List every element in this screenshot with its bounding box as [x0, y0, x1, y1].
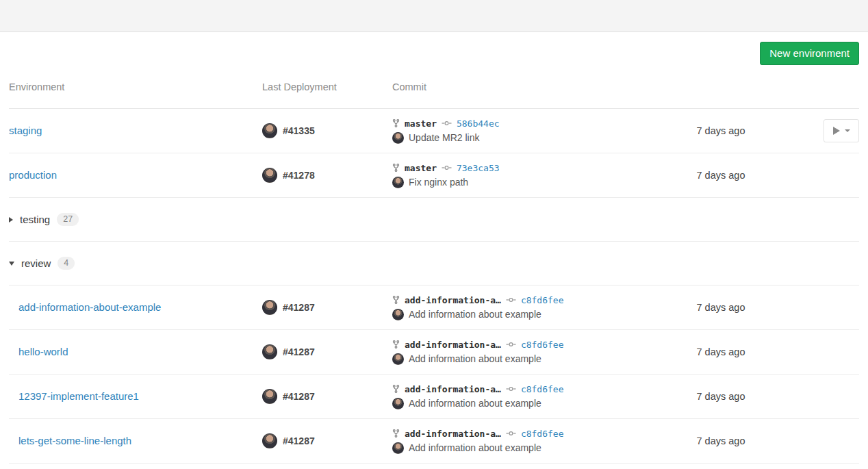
branch-name[interactable]: add-information-a… — [405, 340, 501, 350]
git-commit-icon — [506, 341, 516, 348]
commit-author-avatar — [392, 132, 404, 144]
git-commit-icon — [442, 120, 452, 127]
environments-table-header: Environment Last Deployment Commit — [9, 65, 859, 109]
commit-sha-link[interactable]: c8fd6fee — [521, 295, 564, 305]
commit-author-avatar — [392, 177, 404, 188]
commit-author-avatar — [392, 442, 404, 454]
commit-author-avatar — [392, 309, 404, 320]
git-commit-icon — [506, 385, 516, 392]
deployer-avatar — [262, 168, 277, 183]
environment-row: 12397-implement-feature1 #41287 add-info… — [9, 375, 859, 419]
deployment-id: #41287 — [283, 346, 315, 357]
git-branch-icon — [392, 295, 400, 305]
deployer-avatar — [262, 344, 277, 359]
git-commit-icon — [442, 164, 452, 171]
deployment-date: 7 days ago — [697, 170, 745, 181]
commit-message[interactable]: Add information about example — [409, 353, 541, 364]
environments-table-body: staging #41335 master — [9, 109, 859, 464]
environment-row: add-information-about-example #41287 add… — [9, 286, 859, 330]
git-branch-icon — [392, 118, 400, 128]
commit-message[interactable]: Update MR2 link — [409, 132, 480, 143]
nav-tab[interactable] — [441, 13, 444, 18]
folder-caret-icon — [9, 217, 13, 223]
folder-caret-icon — [9, 262, 14, 266]
commit-message[interactable]: Fix nginx path — [409, 177, 468, 188]
folder-toggle[interactable]: review 4 — [9, 257, 75, 270]
commit-author-avatar — [392, 353, 404, 365]
commit-message[interactable]: Add information about example — [409, 442, 541, 453]
commit-sha-link[interactable]: c8fd6fee — [521, 340, 564, 350]
play-icon — [833, 127, 840, 135]
nav-tab[interactable] — [457, 13, 459, 18]
environment-link[interactable]: add-information-about-example — [18, 301, 161, 313]
deployment-date: 7 days ago — [697, 391, 745, 402]
folder-name: testing — [20, 214, 50, 225]
environment-folder-row: review 4 — [9, 242, 859, 286]
deployer-avatar — [262, 123, 277, 138]
deployment-date: 7 days ago — [697, 302, 745, 313]
deployment-date: 7 days ago — [697, 435, 745, 446]
folder-toggle[interactable]: testing 27 — [9, 213, 79, 226]
git-branch-icon — [392, 429, 400, 438]
branch-name[interactable]: add-information-a… — [405, 429, 501, 439]
nav-tab[interactable] — [409, 13, 412, 18]
header-last-deployment: Last Deployment — [262, 81, 392, 92]
branch-name[interactable]: master — [405, 118, 437, 129]
git-branch-icon — [392, 163, 400, 173]
environment-row: hello-world #41287 add-information-a… — [9, 330, 859, 375]
commit-sha-link[interactable]: 586b44ec — [457, 118, 500, 129]
deployment-id: #41287 — [283, 391, 315, 402]
git-branch-icon — [392, 384, 400, 394]
environment-link[interactable]: lets-get-some-line-length — [18, 435, 131, 446]
deployment-date: 7 days ago — [697, 346, 745, 357]
branch-name[interactable]: add-information-a… — [405, 295, 501, 305]
deployer-avatar — [262, 300, 277, 315]
environment-count-badge: 4 — [58, 257, 75, 270]
environments-page: New environment Environment Last Deploym… — [0, 32, 868, 464]
environment-link[interactable]: 12397-implement-feature1 — [18, 390, 139, 402]
environment-row: lets-get-some-line-length #41287 add-inf… — [9, 419, 859, 464]
nav-tab[interactable] — [425, 13, 428, 18]
environment-count-badge: 27 — [57, 213, 79, 226]
deployment-id: #41335 — [283, 125, 315, 136]
commit-message[interactable]: Add information about example — [409, 398, 541, 409]
header-environment: Environment — [9, 81, 262, 92]
git-commit-icon — [506, 430, 516, 437]
commit-sha-link[interactable]: c8fd6fee — [521, 384, 564, 394]
deployment-date: 7 days ago — [697, 125, 745, 136]
git-branch-icon — [392, 340, 400, 349]
folder-name: review — [21, 257, 51, 269]
branch-name[interactable]: add-information-a… — [405, 384, 501, 394]
deployer-avatar — [262, 389, 277, 404]
branch-name[interactable]: master — [405, 163, 437, 173]
commit-message[interactable]: Add information about example — [409, 309, 541, 320]
deployer-avatar — [262, 433, 277, 448]
new-environment-button[interactable]: New environment — [760, 42, 859, 65]
deployment-id: #41278 — [283, 170, 315, 181]
environment-folder-row: testing 27 — [9, 198, 859, 242]
toolbar: New environment — [9, 32, 859, 65]
environment-link[interactable]: staging — [9, 125, 42, 136]
deployment-id: #41287 — [283, 435, 315, 446]
commit-author-avatar — [392, 398, 404, 409]
environment-row: production #41278 master — [9, 153, 859, 198]
deployment-id: #41287 — [283, 302, 315, 313]
header-commit: Commit — [392, 81, 666, 92]
chevron-down-icon — [845, 129, 850, 132]
environment-row: staging #41335 master — [9, 109, 859, 153]
commit-sha-link[interactable]: 73e3ca53 — [457, 163, 500, 173]
environment-link[interactable]: hello-world — [18, 346, 68, 357]
play-dropdown-button[interactable] — [824, 119, 859, 142]
commit-sha-link[interactable]: c8fd6fee — [521, 429, 564, 439]
git-commit-icon — [506, 296, 516, 303]
environment-link[interactable]: production — [9, 169, 57, 181]
project-pipelines-nav — [0, 0, 868, 32]
